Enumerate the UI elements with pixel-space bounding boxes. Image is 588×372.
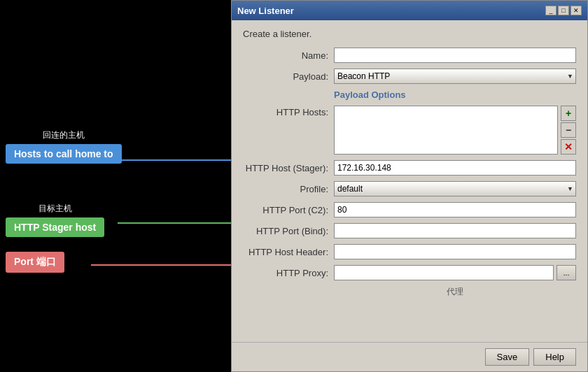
annotation-hosts-badge: Hosts to call home to xyxy=(6,144,122,164)
annotation-port: Port 端口 xyxy=(6,252,64,273)
annotation-panel: 回连的主机 Hosts to call home to 目标主机 HTTP St… xyxy=(0,0,231,372)
http-port-c2-row: HTTP Port (C2): xyxy=(243,202,576,217)
name-label: Name: xyxy=(243,50,334,61)
new-listener-dialog: New Listener _ □ ✕ Create a listener. Na… xyxy=(231,0,588,372)
annotation-stager: 目标主机 HTTP Stager host xyxy=(6,203,104,237)
http-port-c2-input[interactable] xyxy=(334,202,576,217)
annotation-hosts-label: 回连的主机 xyxy=(6,129,122,141)
name-input[interactable] xyxy=(334,48,576,63)
http-host-stager-row: HTTP Host (Stager): xyxy=(243,160,576,176)
http-host-header-label: HTTP Host Header: xyxy=(243,247,334,257)
http-proxy-input[interactable] xyxy=(334,265,554,280)
dialog-subtitle: Create a listener. xyxy=(243,29,576,39)
help-button[interactable]: Help xyxy=(533,348,576,366)
maximize-button[interactable]: □ xyxy=(558,6,569,15)
dialog-titlebar: New Listener _ □ ✕ xyxy=(232,1,587,20)
arrow-port xyxy=(91,264,233,266)
add-host-button[interactable]: + xyxy=(561,106,576,121)
http-host-header-row: HTTP Host Header: xyxy=(243,244,576,259)
http-proxy-row: HTTP Proxy: ... xyxy=(243,265,576,280)
delete-host-button[interactable]: ✕ xyxy=(561,139,576,155)
payload-options-label: Payload Options xyxy=(334,90,576,100)
http-port-bind-input[interactable] xyxy=(334,223,576,238)
save-button[interactable]: Save xyxy=(485,348,530,366)
annotation-hosts: 回连的主机 Hosts to call home to xyxy=(6,129,122,164)
http-port-bind-row: HTTP Port (Bind): xyxy=(243,223,576,238)
minimize-button[interactable]: _ xyxy=(545,6,556,15)
dialog-footer: Save Help xyxy=(232,342,587,371)
proxy-note: 代理 xyxy=(334,286,576,298)
name-row: Name: xyxy=(243,48,576,63)
payload-select[interactable]: Beacon HTTP xyxy=(334,69,576,84)
payload-label: Payload: xyxy=(243,71,334,82)
close-button[interactable]: ✕ xyxy=(570,6,582,15)
http-hosts-textarea[interactable] xyxy=(334,106,558,155)
remove-host-button[interactable]: − xyxy=(561,122,576,138)
dialog-title: New Listener xyxy=(237,6,294,16)
annotation-port-badge: Port 端口 xyxy=(6,252,64,273)
profile-select[interactable]: default xyxy=(334,181,576,196)
profile-select-wrapper: default xyxy=(334,181,576,196)
http-proxy-label: HTTP Proxy: xyxy=(243,268,334,278)
payload-select-wrapper: Beacon HTTP xyxy=(334,69,576,84)
http-host-stager-label: HTTP Host (Stager): xyxy=(243,163,334,173)
http-host-header-input[interactable] xyxy=(334,244,576,259)
arrow-hosts xyxy=(118,159,233,161)
annotation-stager-badge: HTTP Stager host xyxy=(6,217,104,237)
dialog-content: Create a listener. Name: Payload: Beacon… xyxy=(232,20,587,342)
proxy-button[interactable]: ... xyxy=(556,265,576,280)
http-host-stager-input[interactable] xyxy=(334,160,576,176)
hosts-buttons: + − ✕ xyxy=(561,106,576,155)
arrow-stager xyxy=(118,222,233,224)
titlebar-buttons: _ □ ✕ xyxy=(545,6,582,15)
http-hosts-row: HTTP Hosts: + − ✕ xyxy=(243,106,576,155)
http-port-c2-label: HTTP Port (C2): xyxy=(243,205,334,215)
profile-row: Profile: default xyxy=(243,181,576,196)
profile-label: Profile: xyxy=(243,184,334,194)
annotation-stager-label: 目标主机 xyxy=(6,203,104,215)
payload-row: Payload: Beacon HTTP xyxy=(243,69,576,84)
http-hosts-label: HTTP Hosts: xyxy=(243,106,334,117)
http-port-bind-label: HTTP Port (Bind): xyxy=(243,226,334,236)
